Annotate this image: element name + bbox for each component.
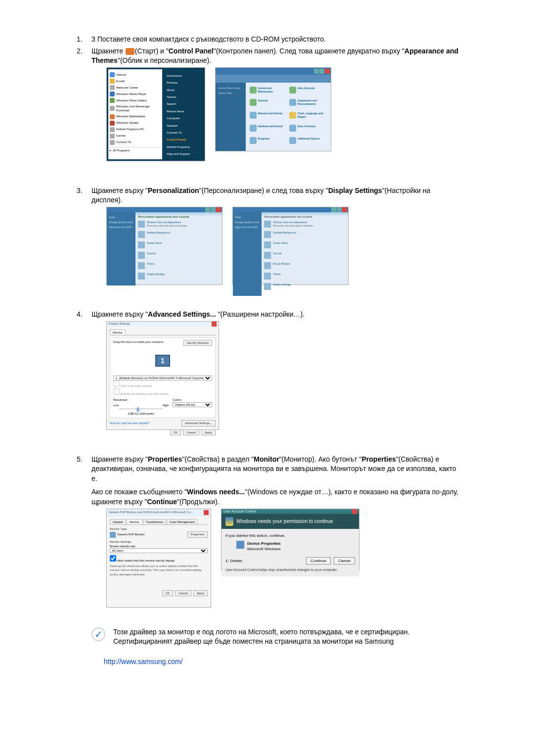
s5-b2: Monitor	[254, 455, 279, 463]
display-settings-screenshot: Display Settings Monitor Drag the icons …	[106, 321, 219, 430]
start-menu-screenshot: Internet E-mail Welcome Center Windows M…	[106, 67, 205, 161]
s2-t4: "(Облик и персонализиране).	[118, 56, 211, 64]
step-4-images: Display Settings Monitor Drag the icons …	[106, 321, 460, 430]
s4-b1: Advanced Settings...	[148, 310, 218, 318]
uac-prompt-screenshot: User Account Control Windows needs your …	[221, 509, 359, 570]
step-4: Щракнете върху "Advanced Settings... "(Р…	[77, 310, 460, 430]
samsung-link[interactable]: http://www.samsung.com/	[104, 658, 183, 665]
note-line-1: Този драйвер за монитор е под логото на …	[113, 628, 409, 636]
s3-b2: Display Settings	[328, 187, 382, 194]
note-line-2: Сертифицираният драйвер ще бъде поместен…	[113, 637, 394, 645]
s5-t3: "(Монитор). Ако бутонът "	[279, 455, 362, 463]
s5-b5: Continue	[147, 498, 177, 506]
s5-b3: Properties	[362, 455, 396, 463]
step-2-images: Internet E-mail Welcome Center Windows M…	[106, 67, 460, 161]
control-panel-screenshot: Control Panel Home Classic View System a…	[215, 67, 331, 151]
step-3: Щракнете върху "Personalization"(Персона…	[77, 186, 460, 285]
certification-note: ✓ Този драйвер за монитор е под логото н…	[91, 627, 460, 647]
s4-t1: Щракнете върху "	[91, 310, 148, 318]
step-1: 3 Поставете своя компактдиск с ръководст…	[77, 35, 460, 45]
s5-t1: Щракнете върху "	[91, 455, 148, 463]
s4-t2: "(Разширени настройки…).	[218, 310, 305, 318]
step-1-text: 3 Поставете своя компактдиск с ръководст…	[91, 35, 326, 43]
s3-t2: "(Персонализиране) и след това върху "	[199, 187, 328, 194]
checkmark-icon: ✓	[91, 627, 105, 641]
s2-b1: Control Panel	[169, 47, 214, 55]
s2-t2: (Старт) и "	[135, 47, 169, 55]
s3-b1: Personalization	[148, 187, 199, 194]
step-5: Щракнете върху "Properties"(Свойства) в …	[77, 455, 460, 608]
monitor-properties-screenshot: Generic PnP Monitor and NVIDIA GeForceMX…	[106, 509, 211, 608]
step-2: Щракнете (Старт) и "Control Panel"(Контр…	[77, 47, 460, 161]
note-text: Този драйвер за монитор е под логото на …	[113, 627, 409, 647]
s5-b4: Windows needs...	[187, 488, 245, 496]
s5-b1: Properties	[148, 455, 182, 463]
start-orb-icon	[126, 48, 134, 55]
personalization-screenshot-2: Tasks Change desktop icons Adjust font s…	[232, 207, 349, 285]
s5-t7: "(Продължи).	[177, 498, 219, 506]
personalization-screenshot-1: Tasks Change desktop icons Adjust font s…	[106, 207, 222, 285]
s5-t2: "(Свойства) в раздел "	[182, 455, 254, 463]
s2-t3: "(Контролен панел). След това щракнете д…	[214, 47, 404, 55]
s2-t1: Щракнете	[91, 47, 125, 55]
step-3-images: Tasks Change desktop icons Adjust font s…	[106, 207, 460, 285]
s3-t1: Щракнете върху "	[91, 187, 148, 194]
step-5-images: Generic PnP Monitor and NVIDIA GeForceMX…	[106, 509, 460, 608]
s5-t5: Ако се покаже съобщението "	[91, 488, 187, 496]
instruction-list: 3 Поставете своя компактдиск с ръководст…	[77, 35, 460, 608]
